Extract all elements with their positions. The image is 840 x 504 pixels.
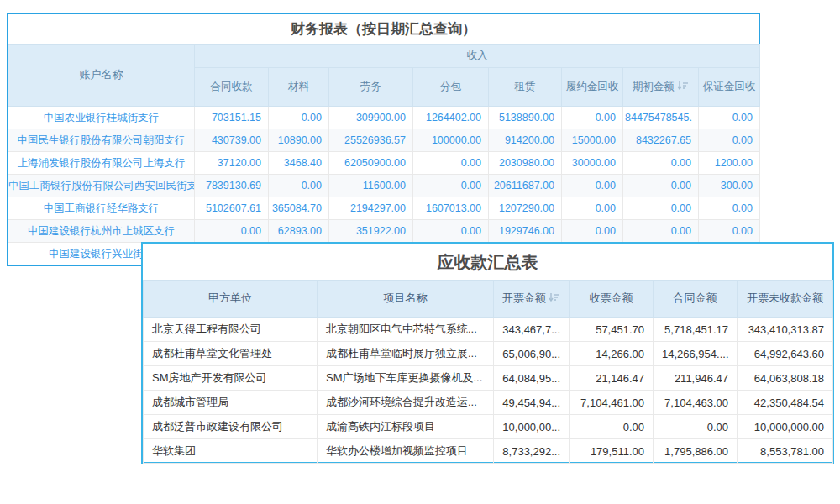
table-cell: 14,266.00: [570, 342, 654, 366]
table-cell: 0.00: [654, 415, 738, 439]
table-cell: 0.00: [623, 220, 699, 243]
column-header-materials[interactable]: 材料: [269, 68, 329, 107]
table-cell: 中国工商银行经华路支行: [8, 197, 195, 220]
table-cell: 5102607.61: [195, 197, 269, 220]
table-cell: 0.00: [413, 152, 489, 175]
table-cell: 62050900.00: [329, 152, 413, 175]
table-row[interactable]: 中国农业银行桂城街支行703151.150.00309900.001264402…: [8, 107, 760, 129]
column-header-invoiced-unpaid-amount[interactable]: 开票未收款金额: [738, 281, 833, 318]
table-cell: 华软办公楼增加视频监控项目: [318, 439, 494, 464]
table-row[interactable]: 中国民生银行股份有限公司朝阳支行430739.0010890.002552693…: [8, 129, 760, 152]
table-cell: 成渝高铁内江标段项目: [318, 415, 494, 439]
column-header-guarantee-deposit-recovery[interactable]: 保证金回收: [699, 68, 760, 107]
column-header-party-a-unit[interactable]: 甲方单位: [144, 281, 318, 318]
table-row: 成都城市管理局成都沙河环境综合提升改造运...49,454,94...7,104…: [144, 391, 833, 415]
table-cell: 20611687.00: [489, 175, 562, 197]
table-cell: 351922.00: [329, 220, 413, 243]
table-cell: 2030980.00: [489, 152, 562, 175]
table-cell: 0.00: [562, 197, 623, 220]
table-cell: 15000.00: [562, 129, 623, 152]
column-header-subcontract[interactable]: 分包: [413, 68, 489, 107]
table-cell: 7,104,463.00: [654, 391, 738, 415]
receivables-summary-body: 北京天得工程有限公司北京朝阳区电气中芯特气系统...343,467,7...57…: [144, 318, 833, 464]
table-cell: 211,946.47: [654, 366, 738, 391]
table-cell: 62893.00: [269, 220, 329, 243]
table-cell: 343,467,7...: [494, 318, 570, 342]
table-cell: 华软集团: [144, 439, 318, 464]
table-cell: 37120.00: [195, 152, 269, 175]
table-row: 华软集团华软办公楼增加视频监控项目8,733,292...179,511.001…: [144, 439, 833, 464]
sort-amount-icon[interactable]: [677, 81, 689, 90]
table-cell: 0.00: [699, 129, 760, 152]
column-header-invoiced-amount-label: 开票金额: [502, 291, 546, 304]
table-cell: 100000.00: [413, 129, 489, 152]
table-row[interactable]: 中国建设银行杭州市上城区支行0.0062893.00351922.000.001…: [8, 220, 760, 243]
table-cell: 11600.00: [329, 175, 413, 197]
column-header-performance-deposit-recovery[interactable]: 履约金回收: [562, 68, 623, 107]
column-header-initial-amount[interactable]: 期初金额: [623, 68, 699, 107]
table-cell: 1207290.00: [489, 197, 562, 220]
table-cell: 0.00: [269, 107, 329, 129]
column-header-contract-receipts[interactable]: 合同收款: [195, 68, 269, 107]
table-cell: 64,992,643.60: [738, 342, 833, 366]
table-cell: 0.00: [699, 197, 760, 220]
sort-amount-icon[interactable]: [549, 293, 560, 302]
table-cell: 0.00: [562, 175, 623, 197]
table-cell: 65,006,90...: [494, 342, 570, 366]
table-cell: 上海浦发银行股份有限公司上海支行: [8, 152, 195, 175]
receivables-summary-table: 甲方单位 项目名称 开票金额 收票金额 合同金额: [143, 280, 833, 464]
table-cell: 10,000,000.00: [738, 415, 833, 439]
table-row[interactable]: 上海浦发银行股份有限公司上海支行37120.003468.4062050900.…: [8, 152, 760, 175]
table-cell: 8432267.65: [623, 129, 699, 152]
table-cell: 57,451.70: [570, 318, 654, 342]
table-cell: 0.00: [195, 220, 269, 243]
table-cell: 中国农业银行桂城街支行: [8, 107, 195, 129]
table-cell: 中国民生银行股份有限公司朝阳支行: [8, 129, 195, 152]
table-cell: 3468.40: [269, 152, 329, 175]
table-cell: 0.00: [699, 107, 760, 129]
table-cell: 10890.00: [269, 129, 329, 152]
table-cell: 7,104,461.00: [570, 391, 654, 415]
table-cell: 42,350,484.54: [738, 391, 833, 415]
table-cell: 7839130.69: [195, 175, 269, 197]
column-header-invoiced-amount[interactable]: 开票金额: [494, 281, 570, 318]
table-cell: 0.00: [562, 220, 623, 243]
table-cell: 1264402.00: [413, 107, 489, 129]
table-cell: 8,553,781.00: [738, 439, 833, 464]
column-header-project-name[interactable]: 项目名称: [318, 281, 494, 318]
table-cell: 25526936.57: [329, 129, 413, 152]
table-cell: 8,733,292...: [494, 439, 570, 464]
table-cell: 0.00: [269, 175, 329, 197]
column-header-contract-amount[interactable]: 合同金额: [654, 281, 738, 318]
table-cell: 0.00: [413, 220, 489, 243]
table-cell: 309900.00: [329, 107, 413, 129]
column-header-account-name: 账户名称: [8, 45, 195, 107]
column-header-lease[interactable]: 租赁: [489, 68, 562, 107]
table-cell: 0.00: [562, 107, 623, 129]
table-cell: 430739.00: [195, 129, 269, 152]
table-cell: 5,718,451.17: [654, 318, 738, 342]
table-cell: 84475478545.: [623, 107, 699, 129]
table-cell: 703151.15: [195, 107, 269, 129]
table-cell: 北京天得工程有限公司: [144, 318, 318, 342]
table-cell: 成都城市管理局: [144, 391, 318, 415]
table-cell: 成都杜甫草堂临时展厅独立展...: [318, 342, 494, 366]
financial-report-table: 账户名称 收入 合同收款 材料 劳务 分包 租赁 履约金回收 期初金额: [8, 44, 760, 265]
column-header-received-amount[interactable]: 收票金额: [570, 281, 654, 318]
table-row: SM房地产开发有限公司SM广场地下车库更换摄像机及...64,084,95...…: [144, 366, 833, 391]
column-header-labor[interactable]: 劳务: [329, 68, 413, 107]
table-cell: 成都沙河环境综合提升改造运...: [318, 391, 494, 415]
financial-report-title: 财务报表（按日期汇总查询）: [8, 14, 759, 44]
table-cell: 北京朝阳区电气中芯特气系统...: [318, 318, 494, 342]
table-cell: 21,146.47: [570, 366, 654, 391]
table-row: 北京天得工程有限公司北京朝阳区电气中芯特气系统...343,467,7...57…: [144, 318, 833, 342]
column-group-income: 收入: [195, 45, 760, 68]
table-cell: 1,795,886.00: [654, 439, 738, 464]
receivables-summary-panel: 应收款汇总表 甲方单位 项目名称 开票金额: [141, 242, 834, 464]
table-cell: 1607013.00: [413, 197, 489, 220]
table-cell: 0.00: [570, 415, 654, 439]
table-row[interactable]: 中国工商银行经华路支行5102607.61365084.702194297.00…: [8, 197, 760, 220]
table-cell: 0.00: [623, 197, 699, 220]
table-row[interactable]: 中国工商银行股份有限公司西安回民街支7839130.690.0011600.00…: [8, 175, 760, 197]
financial-report-panel: 财务报表（按日期汇总查询） 账户名称 收入 合同收款 材料 劳务 分包 租赁 履…: [7, 13, 760, 266]
